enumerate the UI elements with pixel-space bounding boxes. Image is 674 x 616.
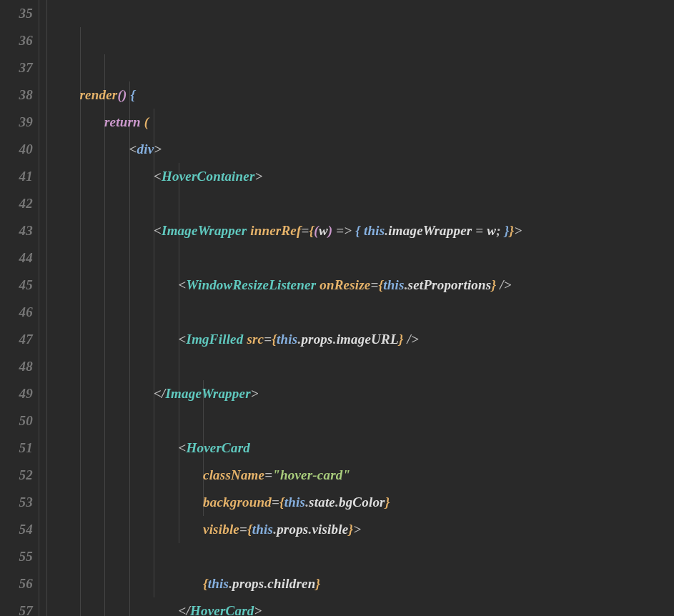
line-number: 53	[0, 489, 33, 516]
token: onResize	[319, 277, 370, 292]
line-number: 47	[0, 326, 33, 353]
code-line[interactable]: </ImageWrapper>	[55, 380, 522, 407]
token: {	[247, 522, 252, 537]
token: {	[203, 576, 208, 591]
token: visible	[312, 522, 348, 537]
token: div	[137, 141, 154, 157]
token: <	[154, 169, 162, 184]
token: ()	[117, 87, 127, 102]
token: =	[272, 495, 279, 510]
token: =	[370, 277, 378, 292]
code-line[interactable]: <ImgFilled src={this.props.imageURL} />	[55, 326, 522, 353]
token: render	[80, 87, 118, 102]
line-number: 43	[0, 217, 33, 244]
token: (	[144, 114, 149, 129]
token: =	[239, 522, 247, 537]
code-line[interactable]: </HoverCard>	[55, 597, 522, 616]
code-line[interactable]: <ImageWrapper innerRef={(w) => { this.im…	[55, 217, 522, 244]
token: className	[203, 467, 264, 482]
ruler-line	[46, 0, 47, 616]
token: >	[255, 169, 263, 184]
code-area[interactable]: render() {return (<div><HoverContainer><…	[55, 0, 522, 616]
line-number: 50	[0, 407, 33, 434]
token: ImgFilled	[187, 332, 244, 347]
token: }	[315, 576, 320, 591]
code-line[interactable]: background={this.state.bgColor}	[55, 489, 522, 516]
token: ImageWrapper	[162, 223, 247, 238]
token: children	[267, 576, 315, 591]
line-number: 41	[0, 163, 33, 190]
line-number: 48	[0, 353, 33, 380]
code-line[interactable]	[55, 190, 522, 217]
code-line[interactable]: <HoverContainer>	[55, 163, 522, 190]
code-line[interactable]: <WindowResizeListener onResize={this.set…	[55, 272, 522, 299]
token: =	[301, 223, 309, 238]
token: =	[264, 467, 272, 482]
token: >	[251, 386, 259, 401]
line-number: 36	[0, 27, 33, 54]
code-line[interactable]: return (	[55, 109, 522, 136]
line-number: 35	[0, 0, 33, 27]
token: HoverContainer	[162, 169, 255, 184]
token: <	[179, 332, 187, 347]
code-line[interactable]: <HoverCard	[55, 434, 522, 462]
token: =	[264, 332, 272, 347]
line-number: 40	[0, 136, 33, 163]
token: w	[487, 223, 496, 238]
token: >	[514, 223, 522, 238]
token: >	[254, 603, 262, 616]
line-number: 39	[0, 109, 33, 136]
token: }	[505, 223, 510, 238]
token: </	[154, 386, 166, 401]
token: "hover-card"	[272, 467, 350, 482]
token: w	[319, 223, 328, 238]
line-number: 55	[0, 543, 33, 570]
token: imageURL	[337, 332, 399, 347]
token: =>	[336, 223, 352, 238]
line-number: 54	[0, 516, 33, 543]
line-number: 51	[0, 434, 33, 462]
token: </	[179, 603, 191, 616]
ruler-area	[39, 0, 55, 616]
token: props	[232, 576, 264, 591]
token: innerRef	[250, 223, 301, 238]
token: <	[179, 440, 187, 455]
token: />	[500, 277, 512, 292]
code-line[interactable]	[55, 543, 522, 570]
token: =	[472, 223, 487, 238]
token: />	[407, 332, 420, 347]
token: this	[284, 495, 305, 510]
token: }	[385, 495, 390, 510]
line-number: 56	[0, 570, 33, 597]
line-number: 57	[0, 597, 33, 616]
token: this	[364, 223, 385, 238]
token: {	[130, 87, 135, 102]
token: src	[247, 332, 264, 347]
code-line[interactable]	[55, 299, 522, 326]
token: props	[277, 522, 308, 537]
code-line[interactable]	[55, 407, 522, 434]
token: bgColor	[339, 495, 385, 510]
code-line[interactable]	[55, 353, 522, 380]
token: <	[154, 223, 162, 238]
code-line[interactable]	[55, 244, 522, 272]
line-number: 49	[0, 380, 33, 407]
token: this	[383, 277, 404, 292]
token: {	[279, 495, 284, 510]
token: ImageWrapper	[166, 386, 251, 401]
token: HoverCard	[187, 440, 250, 455]
code-editor[interactable]: 3536373839404142434445464748495051525354…	[0, 0, 674, 616]
code-line[interactable]: <div>	[55, 136, 522, 163]
code-line[interactable]: {this.props.children}	[55, 570, 522, 597]
code-line[interactable]: visible={this.props.visible}>	[55, 516, 522, 543]
line-number: 42	[0, 190, 33, 217]
line-number-gutter: 3536373839404142434445464748495051525354…	[0, 0, 39, 616]
token: }	[399, 332, 404, 347]
token: props	[301, 332, 332, 347]
line-number: 38	[0, 81, 33, 109]
code-line[interactable]: render() {	[55, 81, 522, 109]
token: <	[179, 277, 187, 292]
line-number: 44	[0, 244, 33, 272]
code-line[interactable]: className="hover-card"	[55, 462, 522, 489]
token: WindowResizeListener	[187, 277, 317, 292]
